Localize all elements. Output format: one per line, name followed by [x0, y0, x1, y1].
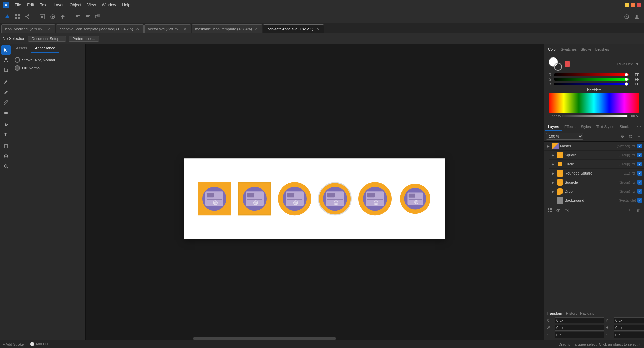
layer-circle-expand[interactable]: ▶ [551, 162, 555, 166]
layer-fx-btn[interactable]: fx [627, 133, 634, 140]
layer-square-visible[interactable]: ✓ [637, 153, 642, 157]
layer-grid-btn[interactable] [546, 207, 553, 214]
cp-tab-color[interactable]: Color [547, 47, 558, 52]
tab-safe-zone-close[interactable]: ✕ [315, 27, 320, 31]
layer-drop-expand[interactable]: ▶ [551, 189, 555, 194]
toolbar-align-left[interactable] [73, 12, 82, 21]
menu-view[interactable]: View [85, 2, 99, 8]
layer-rounded-square-expand[interactable]: ▶ [551, 171, 555, 176]
layer-eye-btn[interactable] [555, 207, 562, 214]
layer-squircle-visible[interactable]: ✓ [637, 180, 642, 185]
cp-tab-swatches[interactable]: Swatches [559, 47, 578, 52]
lp-tab-text-styles[interactable]: Text Styles [593, 123, 617, 131]
prop-tab-assets[interactable]: Assets [12, 44, 31, 53]
canvas-area[interactable] [86, 44, 544, 340]
toolbar-vector-mode[interactable] [38, 12, 47, 21]
tool-pen[interactable] [1, 78, 11, 87]
tab-maskable[interactable]: maskable_icon_template (137.4%) ✕ [192, 24, 262, 33]
layer-master-expand[interactable]: ▶ [546, 144, 551, 148]
layers-more-btn[interactable]: ⋯ [635, 123, 643, 130]
tr-tab-transform[interactable]: Transform [547, 311, 563, 315]
stroke-color-circle[interactable] [554, 63, 562, 71]
close-button[interactable] [637, 3, 641, 7]
tab-maskable-close[interactable]: ✕ [254, 27, 259, 31]
tab-adaptive[interactable]: adaptive_icon_template [Modified] (1064.… [56, 24, 144, 33]
layer-fx2-btn[interactable]: fx [563, 207, 571, 214]
menu-text[interactable]: Text [37, 2, 50, 8]
tr-tab-history[interactable]: History [566, 311, 577, 315]
menu-help[interactable]: Help [119, 2, 133, 8]
cp-tab-stroke[interactable]: Stroke [579, 47, 593, 52]
tool-fill[interactable] [1, 120, 11, 129]
toolbar-affinity-btn[interactable] [3, 12, 12, 21]
lp-tab-effects[interactable]: Effects [562, 123, 578, 131]
layer-add-btn[interactable]: + [626, 207, 633, 214]
preferences-button[interactable]: Preferences... [69, 36, 99, 42]
layer-master[interactable]: ▶ Master (Symbol) fx ✓ [544, 142, 644, 151]
cp-tab-brushes[interactable]: Brushes [594, 47, 610, 52]
toolbar-user-btn[interactable] [632, 12, 641, 21]
cp-tab-more[interactable]: ⋯ [635, 47, 641, 52]
tab-adaptive-close[interactable]: ✕ [135, 27, 140, 31]
layer-delete-btn[interactable]: 🗑 [635, 207, 642, 214]
lp-tab-styles[interactable]: Styles [578, 123, 593, 131]
tab-vector[interactable]: vector.svg (728.7%) ✕ [144, 24, 191, 33]
tool-text[interactable]: T [1, 130, 11, 139]
layer-square-expand[interactable]: ▶ [551, 153, 555, 157]
add-fill-btn[interactable]: ⚪ Add Fill [30, 342, 48, 346]
transform-rot1-input[interactable] [555, 332, 604, 338]
color-mode-toggle[interactable]: ▼ [635, 62, 639, 66]
tab-safe-zone[interactable]: icon-safe-zone.svg (182.2%) ✕ [263, 24, 324, 33]
toolbar-export-mode[interactable] [58, 12, 67, 21]
layer-zoom-select[interactable]: 100 % [546, 133, 583, 140]
layer-drop[interactable]: ▶ Drop (Group) fx ✓ [549, 187, 644, 196]
maximize-button[interactable] [631, 3, 635, 7]
opacity-slider[interactable] [562, 115, 628, 117]
tool-zoom[interactable] [1, 162, 11, 171]
menu-object[interactable]: Object [67, 2, 84, 8]
transform-y-input[interactable] [614, 317, 644, 323]
horizontal-scrollbar[interactable] [86, 337, 443, 340]
icon-square[interactable] [196, 180, 233, 217]
toolbar-history-btn[interactable] [622, 12, 631, 21]
layer-background[interactable]: ▶ Background (Rectangle) ✓ [549, 196, 644, 205]
slider-b[interactable] [554, 83, 629, 85]
tool-crop[interactable] [1, 66, 11, 75]
tab-icon[interactable]: icon [Modified] (279.0%) ✕ [1, 24, 55, 33]
minimize-button[interactable] [625, 3, 629, 7]
transform-h-input[interactable] [614, 325, 644, 331]
tab-icon-close[interactable]: ✕ [47, 27, 52, 31]
icon-square-bordered[interactable] [236, 180, 273, 217]
prop-tab-appearance[interactable]: Appearance [31, 44, 59, 53]
slider-r[interactable] [554, 73, 629, 76]
menu-window[interactable]: Window [99, 2, 119, 8]
layer-squircle[interactable]: ▶ Squircle (Group) fx ✓ [549, 178, 644, 187]
lp-tab-stock[interactable]: Stock [617, 123, 632, 131]
layer-background-visible[interactable]: ✓ [637, 198, 642, 203]
layer-rounded-square[interactable]: ▶ Rounded Square (G...) fx ✓ [549, 169, 644, 178]
layer-rounded-square-visible[interactable]: ✓ [637, 171, 642, 176]
tool-node[interactable] [1, 55, 11, 65]
tool-brush[interactable] [1, 98, 11, 107]
toolbar-grid-btn[interactable] [13, 12, 22, 21]
icon-circle-2[interactable] [316, 180, 353, 217]
toolbar-pixel-mode[interactable] [48, 12, 57, 21]
layer-circle[interactable]: ▶ Circle (Group) fx ✓ [549, 160, 644, 169]
layer-settings-btn[interactable]: ⚙ [619, 133, 626, 140]
toolbar-share-btn[interactable] [23, 12, 32, 21]
tool-select[interactable] [1, 45, 11, 55]
layer-square[interactable]: ▶ Square (Group) fx ✓ [549, 151, 644, 160]
tool-shape[interactable] [1, 142, 11, 151]
doc-setup-button[interactable]: Document Setup... [28, 36, 66, 42]
slider-g[interactable] [554, 78, 629, 81]
layer-circle-visible[interactable]: ✓ [637, 162, 642, 166]
color-gradient[interactable] [549, 93, 639, 113]
toolbar-transform[interactable] [93, 12, 102, 21]
icon-circle-3[interactable] [357, 180, 393, 217]
transform-rot2-input[interactable] [614, 332, 644, 338]
menu-layer[interactable]: Layer [51, 2, 66, 8]
tool-pencil[interactable] [1, 88, 11, 97]
icon-drop[interactable] [397, 180, 434, 217]
toolbar-align-center[interactable] [83, 12, 92, 21]
tr-tab-navigator[interactable]: Navigator [580, 311, 596, 315]
